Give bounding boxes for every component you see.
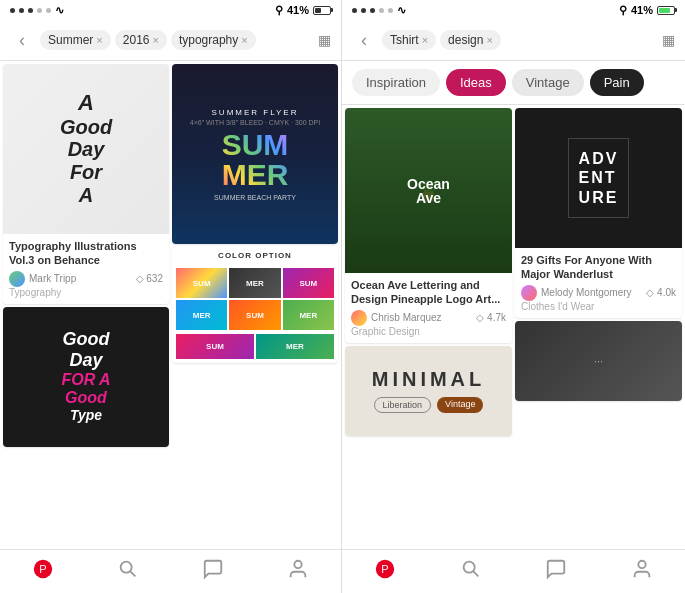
color-bottom-1: SUM [176,334,254,359]
nav-home-right[interactable]: P [374,558,396,585]
card-adventure-board: Clothes I'd Wear [521,301,676,312]
col-left-1: A Good Day For A Typography Illustration… [3,64,169,447]
tag-tshirt-label: Tshirt [390,33,419,47]
color-mini-4: MER [176,300,227,330]
card-minimal-image: MINIMAL Liberation Vintage [345,346,512,436]
card-ocean-ave[interactable]: 🍍 OceanAve Ocean Ave Lettering and Desig… [345,108,512,343]
right-phone-panel: ∿ ⚲ 41% ‹ Tshirt × design × ▦ Inspiratio… [342,0,685,593]
card-color-option-image: SUM MER SUM MER SUM MER [172,264,338,334]
card-handwriting-title: Typography Illustrations Vol.3 on Behanc… [9,239,163,268]
card-adventure-image: ADVENTURE [515,108,682,248]
bluetooth-icon: ⚲ [275,4,283,17]
tag-tshirt-remove[interactable]: × [422,34,428,46]
card-ocean-board: Graphic Design [351,326,506,337]
card-bottom-right-image: ··· [515,321,682,401]
card-adventure-meta: Melody Montgomery ◇ 4.0k [521,285,676,301]
nav-messages-right[interactable] [545,558,567,585]
tags-row-right: Tshirt × design × [382,30,652,50]
tab-pain[interactable]: Pain [590,69,644,96]
nav-search-right[interactable] [460,558,482,585]
signal-dot2 [19,8,24,13]
svg-line-3 [130,571,135,576]
back-button-right[interactable]: ‹ [352,28,376,52]
card-summer-flyer[interactable]: SUMMER FLYER 4×6" WITH 3/8" BLEED · CMYK… [172,64,338,244]
status-bar-left: ∿ ⚲ 41% [0,0,341,20]
flyer-header: SUMMER FLYER [212,108,299,117]
minimal-badges: Liberation Vintage [374,397,484,413]
search-bar-right: ‹ Tshirt × design × ▦ [342,20,685,61]
card-minimal[interactable]: MINIMAL Liberation Vintage [345,346,512,436]
content-area-left: A Good Day For A Typography Illustration… [0,61,341,549]
tag-design-remove[interactable]: × [486,34,492,46]
content-area-right: 🍍 OceanAve Ocean Ave Lettering and Desig… [342,105,685,549]
nav-messages-left[interactable] [202,558,224,585]
minimal-title: MINIMAL [372,368,486,391]
tab-inspiration[interactable]: Inspiration [352,69,440,96]
tag-2016-remove[interactable]: × [152,34,158,46]
battery-icon-right [657,6,675,15]
battery-percent-right: 41% [631,4,653,16]
tag-typography-label: typography [179,33,238,47]
tag-typography[interactable]: typography × [171,30,256,50]
card-summer-flyer-image: SUMMER FLYER 4×6" WITH 3/8" BLEED · CMYK… [172,64,338,244]
handwriting2-type: Type [61,407,110,423]
tag-2016[interactable]: 2016 × [115,30,167,50]
flyer-specs: 4×6" WITH 3/8" BLEED · CMYK · 300 DPI [190,119,320,126]
tags-row-left: Summer × 2016 × typography × [40,30,308,50]
card-adventure-title: 29 Gifts For Anyone With Major Wanderlus… [521,253,676,282]
bluetooth-icon-right: ⚲ [619,4,627,17]
tag-2016-label: 2016 [123,33,150,47]
filter-icon-left[interactable]: ▦ [318,32,331,48]
tag-design[interactable]: design × [440,30,501,50]
card-handwriting-board: Typography [9,287,163,298]
card-ocean-saves: ◇ 4.7k [476,312,506,323]
nav-home-left[interactable]: P [32,558,54,585]
card-handwriting2[interactable]: Good Day FOR A Good Type [3,307,169,447]
color-mini-1: SUM [176,268,227,298]
col-right-2: ADVENTURE 29 Gifts For Anyone With Major… [515,108,682,436]
color-mini-2: MER [229,268,280,298]
svg-line-8 [473,571,478,576]
tag-summer[interactable]: Summer × [40,30,111,50]
wifi-icon: ∿ [55,4,64,17]
minimal-badge-liberation: Liberation [374,397,432,413]
handwriting2-good: Good [61,330,110,350]
card-ocean-ave-author: Chrisb Marquez [371,312,442,323]
card-bottom-right[interactable]: ··· [515,321,682,401]
tag-typography-remove[interactable]: × [241,34,247,46]
back-button-left[interactable]: ‹ [10,28,34,52]
card-adventure[interactable]: ADVENTURE 29 Gifts For Anyone With Major… [515,108,682,318]
tag-summer-remove[interactable]: × [96,34,102,46]
tab-vintage[interactable]: Vintage [512,69,584,96]
card-ocean-ave-info: Ocean Ave Lettering and Design Pineapple… [345,273,512,343]
svg-point-4 [295,561,302,568]
masonry-right: 🍍 OceanAve Ocean Ave Lettering and Desig… [342,105,685,439]
flyer-sub: SUMMER BEACH PARTY [214,194,296,201]
tab-ideas[interactable]: Ideas [446,69,506,96]
status-right-left: ⚲ 41% [275,4,331,17]
adventure-text: ADVENTURE [568,138,630,218]
card-ocean-ave-title: Ocean Ave Lettering and Design Pineapple… [351,278,506,307]
svg-text:P: P [381,563,388,575]
masonry-left: A Good Day For A Typography Illustration… [0,61,341,450]
flyer-summer-text: SUMMER [222,130,289,190]
col-right-1: 🍍 OceanAve Ocean Ave Lettering and Desig… [345,108,512,436]
nav-profile-right[interactable] [631,558,653,585]
card-handwriting[interactable]: A Good Day For A Typography Illustration… [3,64,169,304]
color-bottom-2: MER [256,334,334,359]
avatar-chrisb [351,310,367,326]
card-color-option[interactable]: COLOR OPTION SUM MER SUM MER SUM MER SUM… [172,247,338,363]
card-adventure-author: Melody Montgomery [541,287,632,298]
tag-summer-label: Summer [48,33,93,47]
filter-icon-right[interactable]: ▦ [662,32,675,48]
signal-dot-r4 [379,8,384,13]
nav-profile-left[interactable] [287,558,309,585]
card-color-header: COLOR OPTION [172,247,338,264]
nav-search-left[interactable] [117,558,139,585]
tag-tshirt[interactable]: Tshirt × [382,30,436,50]
svg-point-2 [121,562,132,573]
bottom-nav-left: P [0,549,341,593]
handwriting-text: A Good Day For A [52,83,120,214]
bottom-nav-right: P [342,549,685,593]
battery-fill-left [315,8,321,13]
